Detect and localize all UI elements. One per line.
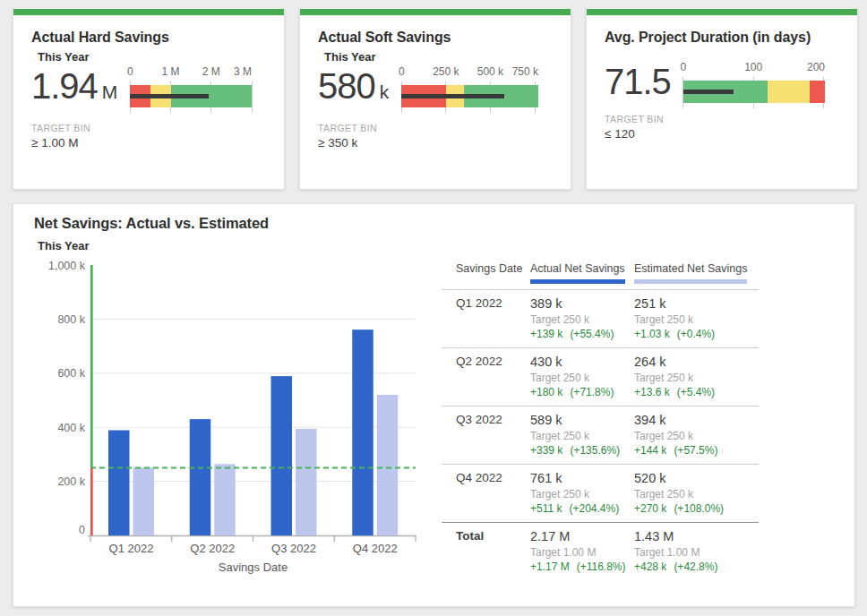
estimated-target: Target 250 k [634, 489, 759, 500]
table-row-total[interactable]: Total2.17 MTarget 1.00 M+1.17 M(+116.8%)… [442, 522, 759, 580]
x-axis-label: Q4 2022 [353, 542, 398, 555]
bar-estimated-q3-2022[interactable] [296, 429, 317, 535]
delta-percent: (+0.4%) [677, 328, 715, 340]
kpi-value: 1.94M [31, 66, 117, 112]
kpi-card-avg-project-duration-in-days: Avg. Project Duration (in days)71.501002… [586, 9, 858, 190]
card-accent-bar [587, 9, 857, 15]
table-row-q1-2022[interactable]: Q1 2022389 kTarget 250 k+139 k(+55.4%)25… [442, 289, 759, 347]
table-header-estimated-net-savings: Estimated Net Savings [634, 262, 759, 284]
delta-amount: +13.6 k [634, 386, 670, 398]
estimated-target: Target 250 k [634, 431, 759, 442]
y-axis-label: 400 k [57, 422, 85, 434]
row-date: Q1 2022 [456, 296, 530, 311]
bar-actual-q3-2022[interactable] [271, 376, 293, 535]
delta-amount: +139 k [530, 328, 562, 340]
table-header-actual-net-savings: Actual Net Savings [530, 262, 634, 284]
bar-estimated-q4-2022[interactable] [377, 395, 399, 535]
bullet-segment-red [810, 81, 825, 103]
cell-estimated: 251 kTarget 250 k+1.03 k(+0.4%) [634, 296, 759, 340]
target-bin-value: ≥ 1.00 M [31, 136, 266, 150]
delta-amount: +428 k [634, 560, 666, 573]
actual-target: Target 250 k [530, 431, 634, 442]
cell-actual: 589 kTarget 250 k+339 k(+135.6%) [530, 413, 634, 457]
bar-chart: 0200 k400 k600 k800 k1,000 kQ1 2022Q2 20… [13, 240, 443, 598]
kpi-subtitle: This Year [324, 49, 553, 64]
estimated-value: 520 k [634, 471, 759, 485]
y-axis-label: 800 k [57, 313, 85, 326]
kpi-subtitle [605, 47, 839, 60]
actual-delta: +1.17 M(+116.8%) [530, 561, 634, 573]
bar-actual-q1-2022[interactable] [108, 431, 130, 535]
estimated-target: Target 250 k [634, 372, 759, 384]
target-bin-label: TARGET BIN [605, 114, 839, 124]
delta-amount: +1.17 M [530, 560, 570, 573]
estimated-delta: +1.03 k(+0.4%) [634, 329, 759, 340]
actual-target: Target 250 k [530, 372, 634, 384]
actual-value: 389 k [530, 296, 634, 311]
table-header-savings-date: Savings Date [456, 262, 530, 284]
actual-delta: +180 k(+71.8%) [530, 387, 634, 398]
bar-estimated-q2-2022[interactable] [214, 464, 236, 535]
bullet-axis-label: 1 M [162, 65, 180, 78]
kpi-title: Avg. Project Duration (in days) [605, 29, 839, 47]
delta-percent: (+5.4%) [677, 386, 715, 398]
row-date: Q3 2022 [456, 413, 530, 427]
cell-actual: 761 kTarget 250 k+511 k(+204.4%) [530, 471, 634, 515]
bullet-measure-bar [683, 90, 734, 94]
cell-estimated: 264 kTarget 250 k+13.6 k(+5.4%) [634, 355, 759, 398]
y-axis-below-target [90, 468, 93, 536]
bullet-segment-yellow [768, 81, 810, 103]
x-axis-label: Q3 2022 [271, 542, 316, 555]
delta-percent: (+57.5%) [674, 444, 717, 457]
bullet-axis-label: 2 M [202, 65, 220, 78]
kpi-card-actual-hard-savings: Actual Hard SavingsThis Year1.94M01 M2 M… [13, 9, 285, 190]
delta-percent: (+108.0%) [674, 502, 724, 515]
table-row-q2-2022[interactable]: Q2 2022430 kTarget 250 k+180 k(+71.8%)26… [442, 347, 759, 406]
x-axis-label: Q2 2022 [190, 542, 235, 555]
table-row-q3-2022[interactable]: Q3 2022589 kTarget 250 k+339 k(+135.6%)3… [442, 406, 759, 464]
cell-estimated: 520 kTarget 250 k+270 k(+108.0%) [634, 471, 759, 515]
bar-actual-q4-2022[interactable] [352, 329, 373, 535]
target-bin-value: ≤ 120 [605, 127, 839, 141]
bullet-axis-label: 200 [807, 61, 825, 73]
delta-amount: +180 k [530, 386, 562, 398]
estimated-target: Target 1.00 M [634, 547, 759, 559]
estimated-value: 264 k [634, 355, 759, 369]
actual-delta: +511 k(+204.4%) [530, 503, 634, 515]
y-axis-label: 600 k [57, 367, 85, 380]
kpi-card-actual-soft-savings: Actual Soft SavingsThis Year580k0250 k50… [299, 9, 571, 190]
savings-table: Savings DateActual Net SavingsEstimated … [442, 262, 759, 580]
cell-actual: 389 kTarget 250 k+139 k(+55.4%) [530, 296, 634, 340]
delta-amount: +1.03 k [634, 328, 670, 340]
net-savings-card: Net Savings: Actual vs. Estimated This Y… [13, 203, 855, 607]
actual-target: Target 250 k [530, 314, 634, 326]
target-bin-label: TARGET BIN [31, 123, 266, 133]
bullet-axis-label: 100 [744, 61, 762, 73]
estimated-target: Target 250 k [634, 314, 759, 326]
actual-delta: +139 k(+55.4%) [530, 329, 634, 340]
actual-value: 761 k [530, 471, 634, 485]
bullet-axis-label: 750 k [512, 65, 538, 78]
target-bin-value: ≥ 350 k [318, 136, 553, 150]
bar-actual-q2-2022[interactable] [190, 419, 211, 535]
bullet-axis-label: 250 k [433, 65, 459, 78]
estimated-delta: +144 k(+57.5%) [634, 445, 759, 457]
x-axis-label: Q1 2022 [109, 542, 154, 555]
bullet-axis-label: 500 k [477, 65, 503, 78]
table-header-label: Actual Net Savings [530, 262, 625, 275]
bar-estimated-q1-2022[interactable] [133, 467, 155, 535]
bullet-measure-bar [130, 94, 209, 98]
estimated-value: 251 k [634, 296, 759, 311]
bullet-axis-label: 0 [127, 65, 133, 78]
delta-amount: +270 k [634, 502, 666, 515]
y-axis-label: 1,000 k [48, 260, 86, 272]
estimated-value: 394 k [634, 413, 759, 427]
kpi-value: 580k [318, 66, 389, 112]
table-row-q4-2022[interactable]: Q4 2022761 kTarget 250 k+511 k(+204.4%)5… [442, 464, 759, 522]
estimated-delta: +13.6 k(+5.4%) [634, 387, 759, 398]
kpi-subtitle: This Year [38, 49, 266, 64]
bullet-axis-label: 3 M [234, 65, 252, 78]
cell-actual: 430 kTarget 250 k+180 k(+71.8%) [530, 355, 634, 398]
bullet-axis-label: 0 [681, 61, 687, 73]
chart-title: Net Savings: Actual vs. Estimated [34, 215, 269, 232]
